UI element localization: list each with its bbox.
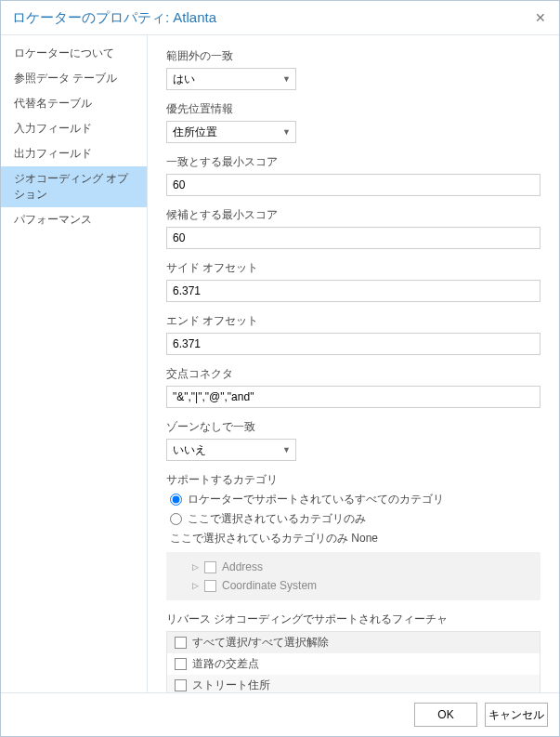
min-match-score-input[interactable] — [166, 174, 540, 196]
categories-tree: ▷ Address ▷ Coordinate System — [166, 552, 540, 600]
field-supported-categories: サポートするカテゴリ ロケーターでサポートされているすべてのカテゴリ ここで選択… — [166, 472, 540, 600]
field-label: 候補とする最小スコア — [166, 207, 540, 223]
sidebar-item-label: ロケーターについて — [14, 46, 114, 59]
expand-icon[interactable]: ▷ — [192, 562, 199, 572]
tree-item-address[interactable]: ▷ Address — [176, 558, 540, 576]
field-label: サイド オフセット — [166, 260, 540, 276]
field-end-offset: エンド オフセット — [166, 313, 540, 355]
tree-item-label: Coordinate System — [222, 579, 317, 592]
sidebar-item-label: パフォーマンス — [14, 213, 92, 226]
field-side-offset: サイド オフセット — [166, 260, 540, 302]
field-match-without-zones: ゾーンなしで一致 ▼ — [166, 419, 540, 461]
field-label: ゾーンなしで一致 — [166, 419, 540, 435]
close-icon[interactable]: ✕ — [531, 8, 550, 27]
field-label: 優先位置情報 — [166, 101, 540, 117]
field-label: 交点コネクタ — [166, 366, 540, 382]
radio-label: ロケーターでサポートされているすべてのカテゴリ — [188, 492, 444, 507]
sidebar-item-label: 入力フィールド — [14, 122, 92, 135]
reverse-features-list: すべて選択/すべて選択解除 道路の交差点 ストリート住所 道路名 — [166, 631, 540, 692]
field-reverse-features: リバース ジオコーディングでサポートされるフィーチャ すべて選択/すべて選択解除… — [166, 612, 540, 692]
feature-row[interactable]: 道路の交差点 — [167, 653, 540, 675]
preferred-location-select[interactable]: ▼ — [166, 121, 296, 143]
scroll-area[interactable]: 範囲外の一致 ▼ 優先位置情報 ▼ 一致とする最小スコア 候補とする最小スコア — [148, 35, 559, 692]
out-of-range-select[interactable]: ▼ — [166, 68, 296, 90]
radio-selected-input[interactable] — [170, 513, 182, 525]
end-offset-input[interactable] — [166, 333, 540, 355]
sidebar-item-alias-tables[interactable]: 代替名テーブル — [1, 91, 147, 116]
field-label: リバース ジオコーディングでサポートされるフィーチャ — [166, 612, 540, 627]
select-all-label: すべて選択/すべて選択解除 — [192, 635, 329, 651]
sidebar-item-performance[interactable]: パフォーマンス — [1, 207, 147, 232]
sidebar-item-reference-tables[interactable]: 参照データ テーブル — [1, 66, 147, 91]
field-label: 一致とする最小スコア — [166, 154, 540, 170]
tree-checkbox[interactable] — [204, 561, 216, 573]
field-label: エンド オフセット — [166, 313, 540, 329]
feature-label: 道路の交差点 — [192, 656, 259, 672]
match-without-zones-select[interactable]: ▼ — [166, 439, 296, 461]
dialog-body: ロケーターについて 参照データ テーブル 代替名テーブル 入力フィールド 出力フ… — [1, 35, 559, 692]
sidebar-item-label: 参照データ テーブル — [14, 72, 117, 85]
sidebar-item-input-fields[interactable]: 入力フィールド — [1, 116, 147, 141]
sidebar-item-label: 代替名テーブル — [14, 97, 92, 110]
field-intersection-connectors: 交点コネクタ — [166, 366, 540, 408]
field-label: 範囲外の一致 — [166, 48, 540, 64]
tree-checkbox[interactable] — [204, 580, 216, 592]
field-out-of-range: 範囲外の一致 ▼ — [166, 48, 540, 90]
select-all-row[interactable]: すべて選択/すべて選択解除 — [167, 632, 540, 653]
field-min-candidate-score: 候補とする最小スコア — [166, 207, 540, 249]
match-without-zones-value[interactable] — [166, 439, 296, 461]
ok-button[interactable]: OK — [414, 703, 477, 727]
radio-selected-categories[interactable]: ここで選択されているカテゴリのみ — [166, 511, 540, 527]
sidebar-item-label: 出力フィールド — [14, 147, 92, 160]
radio-all-input[interactable] — [170, 494, 182, 506]
sidebar-item-output-fields[interactable]: 出力フィールド — [1, 141, 147, 166]
radio-all-categories[interactable]: ロケーターでサポートされているすべてのカテゴリ — [166, 492, 540, 507]
categories-note: ここで選択されているカテゴリのみ None — [166, 531, 540, 546]
feature-checkbox[interactable] — [175, 658, 187, 670]
dialog-title: ロケーターのプロパティ: Atlanta — [12, 9, 216, 27]
sidebar-item-about[interactable]: ロケーターについて — [1, 41, 147, 66]
tree-item-coordinate-system[interactable]: ▷ Coordinate System — [176, 576, 540, 595]
content-pane: 範囲外の一致 ▼ 優先位置情報 ▼ 一致とする最小スコア 候補とする最小スコア — [148, 35, 559, 692]
sidebar-item-label: ジオコーディング オプション — [14, 172, 128, 201]
expand-icon[interactable]: ▷ — [192, 581, 199, 590]
tree-item-label: Address — [222, 560, 263, 573]
sidebar-item-geocoding-options[interactable]: ジオコーディング オプション — [1, 166, 147, 207]
radio-label: ここで選択されているカテゴリのみ — [188, 511, 366, 527]
feature-label: ストリート住所 — [192, 678, 270, 692]
intersection-connectors-input[interactable] — [166, 386, 540, 408]
dialog-footer: OK キャンセル — [1, 692, 559, 736]
cancel-button[interactable]: キャンセル — [485, 703, 548, 727]
feature-row[interactable]: ストリート住所 — [167, 675, 540, 692]
sidebar: ロケーターについて 参照データ テーブル 代替名テーブル 入力フィールド 出力フ… — [1, 35, 148, 692]
preferred-location-value[interactable] — [166, 121, 296, 143]
titlebar: ロケーターのプロパティ: Atlanta ✕ — [1, 1, 559, 35]
min-candidate-score-input[interactable] — [166, 227, 540, 249]
out-of-range-value[interactable] — [166, 68, 296, 90]
field-label: サポートするカテゴリ — [166, 472, 540, 488]
side-offset-input[interactable] — [166, 280, 540, 302]
field-min-match-score: 一致とする最小スコア — [166, 154, 540, 196]
select-all-checkbox[interactable] — [175, 637, 187, 649]
feature-checkbox[interactable] — [175, 679, 187, 691]
field-preferred-location: 優先位置情報 ▼ — [166, 101, 540, 143]
